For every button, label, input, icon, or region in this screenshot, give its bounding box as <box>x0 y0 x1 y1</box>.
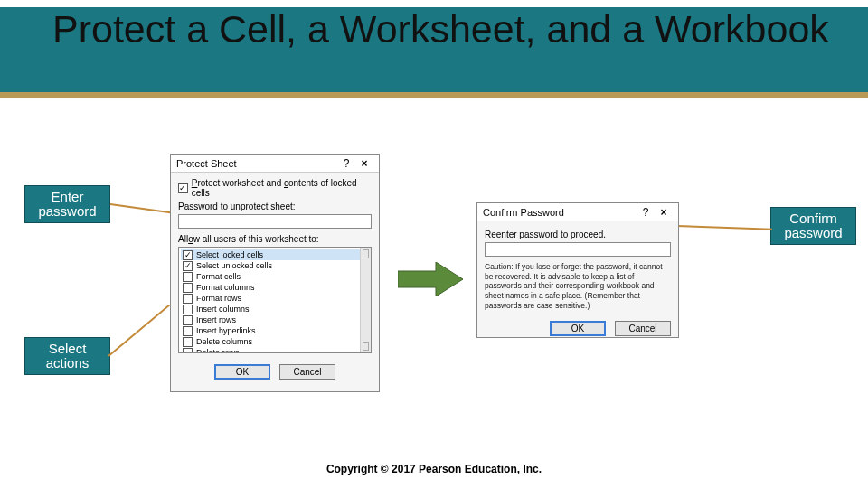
permission-checkbox[interactable] <box>183 337 193 347</box>
permission-option[interactable]: Select locked cells <box>181 249 369 260</box>
permission-label: Format cells <box>196 272 241 281</box>
gold-rule <box>0 92 868 98</box>
permission-option[interactable]: Delete columns <box>181 336 369 347</box>
close-button[interactable]: × <box>355 157 373 170</box>
callout-select-actions: Select actions <box>24 337 110 375</box>
allow-users-label: Allow all users of this worksheet to: <box>178 234 372 244</box>
password-label: Password to unprotect sheet: <box>178 202 372 211</box>
dialog-title: Protect Sheet <box>176 158 237 169</box>
permission-label: Insert columns <box>196 305 250 314</box>
caution-text: Caution: If you lose or forget the passw… <box>485 262 671 310</box>
permission-label: Format rows <box>196 294 241 303</box>
protect-contents-checkbox[interactable] <box>178 183 188 193</box>
connector-line <box>108 305 170 357</box>
permission-checkbox[interactable] <box>183 250 193 260</box>
help-button[interactable]: ? <box>337 157 355 170</box>
dialog-body: Reenter password to proceed. Caution: If… <box>477 221 678 315</box>
permission-option[interactable]: Format columns <box>181 282 369 293</box>
permission-checkbox[interactable] <box>183 348 193 354</box>
permission-option[interactable]: Insert rows <box>181 314 369 325</box>
permission-label: Select locked cells <box>196 250 263 259</box>
callout-confirm-password: Confirm password <box>770 207 856 245</box>
svg-marker-0 <box>398 262 463 296</box>
dialog-body: Protect worksheet and contents of locked… <box>171 173 379 359</box>
dialog-titlebar: Confirm Password ? × <box>477 203 678 221</box>
permission-label: Delete rows <box>196 348 240 353</box>
permission-option[interactable]: Format rows <box>181 293 369 304</box>
cancel-button[interactable]: Cancel <box>615 321 671 336</box>
cancel-button[interactable]: Cancel <box>279 364 335 380</box>
permission-checkbox[interactable] <box>183 305 193 314</box>
connector-line <box>676 225 772 230</box>
page-title: Protect a Cell, a Worksheet, and a Workb… <box>52 7 832 52</box>
protect-contents-label: Protect worksheet and contents of locked… <box>192 178 372 198</box>
permission-checkbox[interactable] <box>183 294 193 304</box>
permission-checkbox[interactable] <box>183 261 193 271</box>
permission-checkbox[interactable] <box>183 272 193 282</box>
permission-label: Delete columns <box>196 337 252 346</box>
permission-label: Format columns <box>196 283 255 292</box>
reenter-password-input[interactable] <box>485 242 671 257</box>
permission-checkbox[interactable] <box>183 326 193 336</box>
permission-option[interactable]: Format cells <box>181 271 369 282</box>
help-button[interactable]: ? <box>637 206 655 219</box>
scrollbar[interactable] <box>360 248 371 352</box>
permission-option[interactable]: Insert hyperlinks <box>181 325 369 336</box>
dialog-title: Confirm Password <box>483 207 564 218</box>
permission-option[interactable]: Insert columns <box>181 304 369 314</box>
permission-label: Insert rows <box>196 315 236 324</box>
copyright-footer: Copyright © 2017 Pearson Education, Inc. <box>0 463 868 475</box>
permission-option[interactable]: Select unlocked cells <box>181 260 369 271</box>
permission-checkbox[interactable] <box>183 315 193 325</box>
ok-button[interactable]: OK <box>214 364 270 380</box>
reenter-label: Reenter password to proceed. <box>485 230 671 239</box>
slide: Protect a Cell, a Worksheet, and a Workb… <box>0 0 868 488</box>
permissions-listbox[interactable]: Select locked cellsSelect unlocked cells… <box>178 247 372 353</box>
ok-button[interactable]: OK <box>550 321 606 336</box>
close-button[interactable]: × <box>655 206 673 219</box>
password-input[interactable] <box>178 214 372 229</box>
callout-enter-password: Enter password <box>24 185 110 223</box>
dialog-titlebar: Protect Sheet ? × <box>171 155 379 173</box>
arrow-right-icon <box>398 262 463 296</box>
permission-option[interactable]: Delete rows <box>181 347 369 353</box>
permission-checkbox[interactable] <box>183 283 193 293</box>
protect-sheet-dialog: Protect Sheet ? × Protect worksheet and … <box>170 154 380 392</box>
confirm-password-dialog: Confirm Password ? × Reenter password to… <box>476 202 679 338</box>
permission-label: Insert hyperlinks <box>196 326 256 335</box>
permission-label: Select unlocked cells <box>196 261 272 270</box>
